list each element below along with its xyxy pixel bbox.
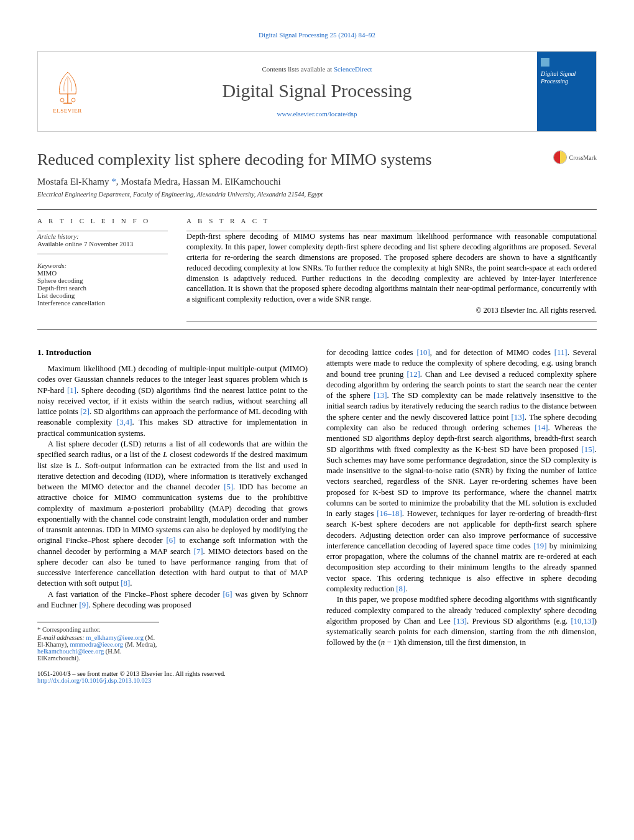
svg-point-1 (71, 98, 75, 102)
left-column: 1. Introduction Maximum likelihood (ML) … (37, 348, 308, 684)
info-abstract-row: A R T I C L E I N F O Article history: A… (37, 217, 597, 322)
ref-link[interactable]: [6] (167, 536, 176, 545)
ref-link[interactable]: [1] (67, 386, 76, 395)
crossmark-badge[interactable]: CrossMark (553, 150, 597, 164)
ref-link[interactable]: [15] (581, 445, 594, 454)
journal-title: Digital Signal Processing (97, 80, 537, 101)
journal-locate-link[interactable]: www.elsevier.com/locate/dsp (277, 110, 357, 118)
email-owner: (M. Medra) (125, 641, 155, 648)
contents-prefix: Contents lists available at (262, 65, 333, 73)
divider (186, 321, 597, 322)
elsevier-tree-icon (52, 69, 83, 106)
doi-link[interactable]: http://dx.doi.org/10.1016/j.dsp.2013.10.… (37, 677, 151, 684)
paragraph: In this paper, we propose modified spher… (326, 594, 597, 648)
email-link[interactable]: mmmedra@ieee.org (70, 641, 124, 648)
crossmark-icon (553, 150, 567, 164)
email-line: E-mail addresses: m_elkhamy@ieee.org (M.… (37, 634, 159, 662)
cover-title: Digital Signal Processing (541, 70, 592, 85)
ref-link[interactable]: [19] (533, 542, 546, 550)
issn-line: 1051-2004/$ – see front matter © 2013 El… (37, 670, 308, 677)
divider (37, 231, 168, 231)
article-info-column: A R T I C L E I N F O Article history: A… (37, 217, 168, 322)
author-3: Hassan M. ElKamchouchi (183, 177, 281, 187)
right-column: for decoding lattice codes [10], and for… (326, 348, 597, 684)
cover-ornament-icon (541, 58, 549, 67)
publisher-name: ELSEVIER (53, 108, 82, 114)
journal-ref-link[interactable]: Digital Signal Processing 25 (2014) 84–9… (259, 31, 375, 39)
divider (37, 330, 597, 330)
email-label: E-mail addresses: (37, 634, 85, 641)
publisher-logo: ELSEVIER (38, 52, 97, 131)
paragraph: A fast variation of the Fincke–Phost sph… (37, 589, 308, 611)
sciencedirect-link[interactable]: ScienceDirect (334, 65, 372, 73)
ref-link[interactable]: [2] (80, 407, 90, 416)
ref-link[interactable]: [13] (512, 413, 525, 422)
abstract-text: Depth-first sphere decoding of MIMO syst… (186, 231, 597, 305)
keyword: List decoding (37, 292, 168, 299)
contents-available-line: Contents lists available at ScienceDirec… (97, 65, 537, 73)
ref-link[interactable]: [10,13] (571, 617, 594, 625)
ref-link[interactable]: [11] (554, 348, 567, 357)
paragraph: A list sphere decoder (LSD) returns a li… (37, 439, 308, 589)
ref-link[interactable]: [6] (223, 590, 232, 599)
author-2: Mostafa Medra (121, 177, 178, 187)
ref-link[interactable]: [3,4] (117, 418, 132, 427)
divider (37, 209, 597, 210)
author-list: Mostafa El-Khamy *, Mostafa Medra, Hassa… (37, 177, 597, 187)
copyright-footer: 1051-2004/$ – see front matter © 2013 El… (37, 670, 308, 684)
abstract-copyright: © 2013 Elsevier Inc. All rights reserved… (186, 306, 597, 315)
ref-link[interactable]: [12] (407, 370, 420, 379)
keyword: Interference cancellation (37, 299, 168, 307)
journal-masthead: ELSEVIER Contents lists available at Sci… (37, 51, 597, 132)
article-info-heading: A R T I C L E I N F O (37, 217, 168, 224)
abstract-heading: A B S T R A C T (186, 217, 597, 224)
affiliation: Electrical Engineering Department, Facul… (37, 191, 597, 198)
history-label: Article history: (37, 233, 168, 240)
paragraph: Maximum likelihood (ML) decoding of mult… (37, 364, 308, 439)
journal-cover-thumbnail: Digital Signal Processing (537, 52, 596, 131)
author-1: Mostafa El-Khamy (37, 177, 109, 187)
section-heading: 1. Introduction (37, 348, 308, 358)
ref-link[interactable]: [13] (374, 391, 387, 400)
ref-link[interactable]: [8] (121, 579, 130, 588)
crossmark-label: CrossMark (569, 154, 597, 161)
footnotes: * Corresponding author. E-mail addresses… (37, 622, 159, 662)
title-row: Reduced complexity list sphere decoding … (37, 150, 597, 169)
ref-link[interactable]: [5] (224, 482, 233, 491)
body-columns: 1. Introduction Maximum likelihood (ML) … (37, 348, 597, 684)
ref-link[interactable]: [13] (454, 617, 467, 625)
journal-reference: Digital Signal Processing 25 (2014) 84–9… (37, 31, 597, 39)
corresponding-marker: * (109, 177, 116, 187)
ref-link[interactable]: [16–18] (377, 509, 402, 518)
divider (37, 254, 168, 254)
history-line: Available online 7 November 2013 (37, 240, 168, 247)
ref-link[interactable]: [14] (535, 423, 548, 432)
ref-link[interactable]: [9] (80, 601, 89, 609)
keyword: Depth-first search (37, 284, 168, 292)
abstract-column: A B S T R A C T Depth-first sphere decod… (186, 217, 597, 322)
keyword: MIMO (37, 269, 168, 277)
corresponding-author-note: * Corresponding author. (37, 626, 159, 633)
masthead-center: Contents lists available at ScienceDirec… (97, 52, 537, 131)
ref-link[interactable]: [10] (416, 348, 430, 357)
ref-link[interactable]: [7] (194, 547, 203, 556)
email-link[interactable]: helkamchouchi@ieee.org (37, 648, 104, 655)
email-link[interactable]: m_elkhamy@ieee.org (86, 634, 144, 641)
article-title: Reduced complexity list sphere decoding … (37, 150, 553, 169)
svg-point-0 (60, 98, 64, 102)
keyword: Sphere decoding (37, 277, 168, 284)
paragraph: for decoding lattice codes [10], and for… (326, 348, 597, 594)
keywords-label: Keywords: (37, 262, 168, 269)
page: Digital Signal Processing 25 (2014) 84–9… (0, 0, 634, 703)
ref-link[interactable]: [8] (396, 584, 405, 593)
keywords-list: MIMO Sphere decoding Depth-first search … (37, 269, 168, 307)
